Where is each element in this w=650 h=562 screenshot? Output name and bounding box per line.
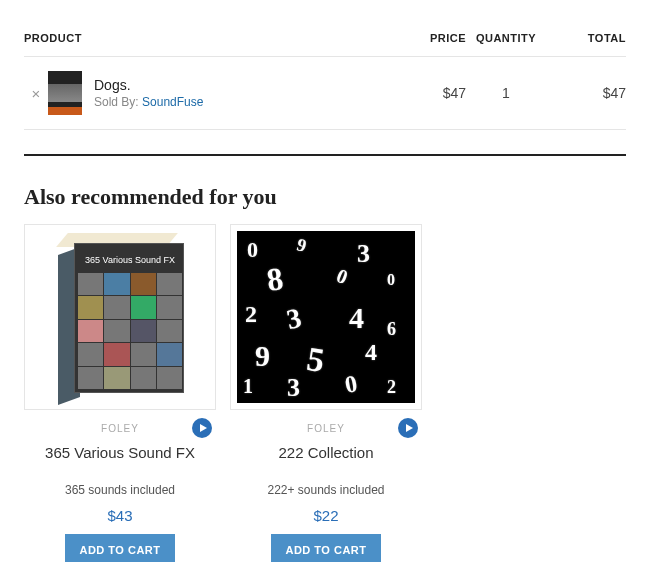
vendor-link[interactable]: SoundFuse xyxy=(142,95,203,109)
col-product: PRODUCT xyxy=(24,24,386,57)
item-total: $47 xyxy=(546,57,626,130)
cart-table: PRODUCT PRICE QUANTITY TOTAL × Dogs. Sol… xyxy=(24,24,626,130)
col-price: PRICE xyxy=(386,24,466,57)
category-label: FOLEY xyxy=(101,419,139,434)
recommended-heading: Also recommended for you xyxy=(24,184,626,210)
product-price: $43 xyxy=(24,507,216,524)
table-row: × Dogs. Sold By: SoundFuse $47 1 $47 xyxy=(24,57,626,130)
product-title[interactable]: 222 Collection xyxy=(230,444,422,461)
remove-item-button[interactable]: × xyxy=(32,85,41,102)
product-name[interactable]: Dogs. xyxy=(94,77,386,93)
play-icon[interactable] xyxy=(398,418,418,438)
product-title[interactable]: 365 Various Sound FX xyxy=(24,444,216,461)
item-quantity[interactable]: 1 xyxy=(466,57,546,130)
recommended-card: 365 Various Sound FX FOLEY 365 Various S… xyxy=(24,224,216,562)
recommended-card: 0 9 3 8 0 0 2 3 4 6 9 5 4 1 3 0 2 FOLEY xyxy=(230,224,422,562)
add-to-cart-button[interactable]: ADD TO CART xyxy=(65,534,174,562)
add-to-cart-button[interactable]: ADD TO CART xyxy=(271,534,380,562)
sounds-included: 365 sounds included xyxy=(24,483,216,497)
sounds-included: 222+ sounds included xyxy=(230,483,422,497)
play-icon[interactable] xyxy=(192,418,212,438)
category-label: FOLEY xyxy=(307,419,345,434)
item-price: $47 xyxy=(386,57,466,130)
product-thumbnail[interactable] xyxy=(48,71,82,115)
product-price: $22 xyxy=(230,507,422,524)
col-quantity: QUANTITY xyxy=(466,24,546,57)
product-image[interactable]: 0 9 3 8 0 0 2 3 4 6 9 5 4 1 3 0 2 xyxy=(230,224,422,410)
product-image[interactable]: 365 Various Sound FX xyxy=(24,224,216,410)
divider xyxy=(24,154,626,156)
sold-by: Sold By: SoundFuse xyxy=(94,95,386,109)
recommended-list: 365 Various Sound FX FOLEY 365 Various S… xyxy=(24,224,626,562)
col-total: TOTAL xyxy=(546,24,626,57)
